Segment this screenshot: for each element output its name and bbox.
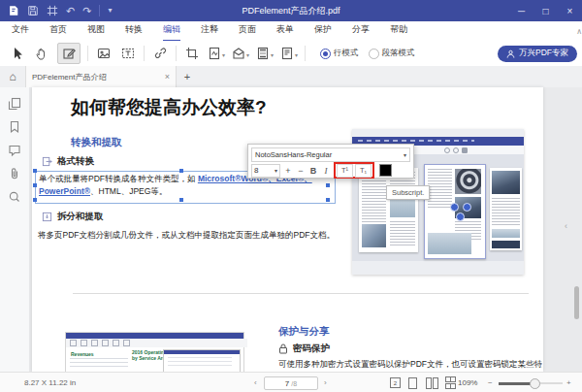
ribbon-collapse-icon[interactable]: ∧ xyxy=(576,27,582,36)
font-family-dropdown-icon[interactable]: ▾ xyxy=(401,151,409,158)
selection-handle[interactable] xyxy=(33,183,37,187)
pdf-page[interactable]: 如何帮您提高办公效率? 转换和提取 格式转换 单个或批量将PDF转换成各种文件类… xyxy=(32,87,543,372)
watermark-dropdown-icon[interactable]: ▾ xyxy=(222,52,225,60)
selection-handle[interactable] xyxy=(33,169,37,173)
bates-numbering-tool[interactable]: ▾ xyxy=(280,47,298,60)
zoom-slider-handle[interactable] xyxy=(530,378,540,389)
menu-comment[interactable]: 注释 xyxy=(201,20,218,42)
page-badge-view-icon[interactable]: 2 xyxy=(390,377,401,388)
split-extract-title: 拆分和提取 xyxy=(57,211,104,223)
select-tool-icon[interactable] xyxy=(9,44,26,63)
paragraph-mode-radio[interactable]: 段落模式 xyxy=(369,48,415,59)
menu-share[interactable]: 分享 xyxy=(352,20,370,42)
bookmarks-panel-icon[interactable] xyxy=(8,120,21,134)
add-image-tool-icon[interactable] xyxy=(95,44,113,63)
app-logo-icon xyxy=(8,5,19,16)
bold-button[interactable]: B xyxy=(308,165,318,177)
annotation-dot[interactable] xyxy=(456,212,465,221)
selection-handle[interactable] xyxy=(179,198,183,202)
background-dropdown-icon[interactable]: ▾ xyxy=(246,52,249,60)
quick-access-dropdown-icon[interactable]: ▾ xyxy=(108,7,112,15)
pdf-expert-button[interactable]: 万兴PDF专家 xyxy=(498,46,577,62)
zoom-slider[interactable] xyxy=(499,382,563,384)
header-footer-dropdown-icon[interactable]: ▾ xyxy=(271,52,274,60)
bates-numbering-icon xyxy=(280,47,294,60)
vertical-scrollbar-thumb[interactable] xyxy=(574,286,579,319)
font-family-select[interactable]: NotoSansHans-Regular ▾ xyxy=(251,147,410,162)
menu-home[interactable]: 首页 xyxy=(49,20,67,42)
edit-text-tool-icon[interactable] xyxy=(57,43,81,64)
menu-help[interactable]: 帮助 xyxy=(390,20,407,42)
superscript-button[interactable]: T¹ xyxy=(337,164,353,178)
next-page-icon[interactable]: › xyxy=(324,373,327,392)
header-footer-tool[interactable]: ▾ xyxy=(256,47,274,60)
zoom-in-button[interactable]: + xyxy=(566,373,571,392)
home-tab-icon[interactable]: ⌂ xyxy=(0,66,25,87)
increase-size-button[interactable]: + xyxy=(283,165,293,177)
comments-panel-icon[interactable] xyxy=(8,144,21,157)
page-number-input[interactable]: 7 /8 xyxy=(264,376,318,390)
menu-convert[interactable]: 转换 xyxy=(125,20,143,42)
annotation-dot[interactable] xyxy=(450,203,459,212)
zoom-slider-fill xyxy=(499,382,534,385)
menu-view[interactable]: 视图 xyxy=(87,20,105,42)
selection-handle[interactable] xyxy=(179,169,183,173)
format-convert-icon xyxy=(42,156,52,167)
menu-protect[interactable]: 保护 xyxy=(314,20,332,42)
right-panel-toggle-icon[interactable]: ‹ xyxy=(565,221,567,231)
crop-tool-icon[interactable] xyxy=(183,44,201,63)
close-button[interactable]: × xyxy=(558,0,582,21)
zoom-level-label: 109% xyxy=(458,373,477,392)
line-mode-radio[interactable]: 行模式 xyxy=(320,48,359,59)
document-viewport[interactable]: 如何帮您提高办公效率? 转换和提取 格式转换 单个或批量将PDF转换成各种文件类… xyxy=(29,87,582,372)
add-text-tool-icon[interactable] xyxy=(119,44,137,63)
menu-edit[interactable]: 编辑 xyxy=(163,20,180,42)
italic-button[interactable]: I xyxy=(321,165,331,177)
annotation-dot[interactable] xyxy=(463,203,471,212)
font-color-swatch[interactable] xyxy=(379,164,392,177)
zoom-out-button[interactable]: − xyxy=(488,373,493,392)
snapshot-icon[interactable] xyxy=(47,5,58,16)
two-page-view-icon[interactable] xyxy=(427,377,437,388)
thumbnails-panel-icon[interactable] xyxy=(8,97,21,111)
split-extract-icon xyxy=(42,212,52,222)
selection-handle[interactable] xyxy=(326,183,330,187)
font-size-select[interactable]: 8 ▾ xyxy=(251,164,280,178)
tab-close-icon[interactable]: × xyxy=(165,72,170,82)
undo-icon[interactable]: ↶ xyxy=(66,6,75,16)
decrease-size-button[interactable]: − xyxy=(296,165,306,177)
menu-form[interactable]: 表单 xyxy=(276,20,294,42)
subscript-button[interactable]: T₁ xyxy=(355,164,372,178)
attachments-panel-icon[interactable] xyxy=(8,167,21,180)
single-page-view-icon[interactable] xyxy=(407,377,418,388)
tab-title: PDFelement产品介绍 xyxy=(32,72,106,82)
selection-handle[interactable] xyxy=(326,198,330,202)
statusbar: 8.27 X 11.22 in ‹ 7 /8 › 2 109% − + xyxy=(0,372,582,392)
hand-tool-icon[interactable] xyxy=(33,44,50,63)
radio-dot xyxy=(369,49,379,59)
redo-icon[interactable]: ↷ xyxy=(82,6,91,16)
watermark-tool[interactable]: ▾ xyxy=(208,47,225,60)
menubar: 文件 首页 视图 转换 编辑 注释 页面 表单 保护 分享 帮助 ∧ xyxy=(0,21,582,42)
save-icon[interactable] xyxy=(27,5,39,16)
maximize-button[interactable]: □ xyxy=(534,0,558,21)
search-panel-icon[interactable] xyxy=(8,190,21,204)
link-tool-icon[interactable] xyxy=(151,44,169,63)
doc-section-title-convert: 转换和提取 xyxy=(71,136,122,149)
selection-handle[interactable] xyxy=(33,198,37,202)
bates-dropdown-icon[interactable]: ▾ xyxy=(295,52,298,60)
menu-file[interactable]: 文件 xyxy=(12,20,29,42)
format-convert-title: 格式转换 xyxy=(57,155,94,168)
doc-link-powerpoint[interactable]: PowerPoint® xyxy=(39,186,90,196)
minimize-button[interactable]: ─ xyxy=(509,0,534,21)
pdf-expert-label: 万兴PDF专家 xyxy=(519,48,568,59)
menu-page[interactable]: 页面 xyxy=(239,20,256,42)
background-tool[interactable]: ▾ xyxy=(232,47,249,60)
grid-view-icon[interactable] xyxy=(444,377,455,388)
subscript-tooltip: Subscript. xyxy=(386,185,430,200)
total-pages: /8 xyxy=(291,380,297,387)
doc-text: 、HTML、JPEG等。 xyxy=(90,186,167,196)
previous-page-icon[interactable]: ‹ xyxy=(254,373,257,392)
new-tab-button[interactable]: + xyxy=(177,71,198,82)
document-tab[interactable]: PDFelement产品介绍 × xyxy=(25,66,177,87)
